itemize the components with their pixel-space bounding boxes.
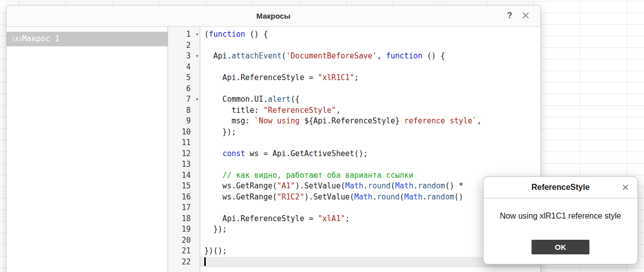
line-number: 7▾ <box>168 94 200 105</box>
code-line[interactable]: (function () { <box>204 29 540 40</box>
help-icon[interactable]: ? <box>504 10 515 21</box>
macros-dialog-title: Макросы <box>257 12 291 20</box>
fold-arrow-icon[interactable]: ▾ <box>196 29 198 40</box>
code-line[interactable]: const ws = Api.GetActiveSheet(); <box>204 149 540 160</box>
code-line[interactable] <box>204 84 540 95</box>
fold-arrow-icon[interactable]: ▾ <box>196 94 198 105</box>
code-line[interactable]: Common.UI.alert({ <box>204 94 540 105</box>
code-line[interactable]: }); <box>204 127 540 138</box>
line-number: 10 <box>168 127 200 138</box>
line-number: 5 <box>168 73 200 84</box>
macro-list: (A) Макрос 1 <box>7 27 168 272</box>
close-icon[interactable]: × <box>519 8 532 23</box>
code-line[interactable]: Api.ReferenceStyle = "xlR1C1"; <box>204 73 540 84</box>
spreadsheet-background: { "colors": { "grid_line": "#e9e9e9", "s… <box>0 0 644 272</box>
macro-autostart-prefix: (A) <box>12 32 22 47</box>
line-number: 2 <box>168 40 200 51</box>
ok-button[interactable]: OK <box>532 240 590 254</box>
fold-arrow-icon[interactable]: ▾ <box>196 51 198 62</box>
code-line[interactable] <box>204 40 540 51</box>
line-number: 14 <box>168 170 200 181</box>
macros-dialog-titlebar[interactable]: Макросы ? × <box>7 6 540 27</box>
line-number: 19 <box>168 224 200 235</box>
code-line[interactable] <box>204 159 540 170</box>
line-number: 1▾ <box>168 29 200 40</box>
code-line[interactable] <box>204 62 540 73</box>
code-line[interactable]: msg: `Now using ${Api.ReferenceStyle} re… <box>204 116 540 127</box>
line-number: 16 <box>168 192 200 203</box>
alert-dialog: ReferenceStyle × Now using xlR1C1 refere… <box>483 176 638 264</box>
line-number: 15 <box>168 181 200 192</box>
line-number: 11 <box>168 138 200 149</box>
alert-title: ReferenceStyle <box>531 183 590 192</box>
line-number: 13 <box>168 159 200 170</box>
line-number: 4 <box>168 62 200 73</box>
alert-message: Now using xlR1C1 reference style <box>484 212 637 221</box>
macros-dialog: Макросы ? × (A) Макрос 1 1▾23▾4567▾89101… <box>6 5 541 272</box>
line-number: 6 <box>168 84 200 95</box>
text-cursor <box>204 257 206 266</box>
line-number: 12 <box>168 149 200 160</box>
macro-name: Макрос 1 <box>22 32 60 46</box>
line-number: 3▾ <box>168 51 200 62</box>
code-line[interactable]: title: "ReferenceStyle", <box>204 105 540 116</box>
editor-gutter: 1▾23▾4567▾8910111213141516171819202122 <box>168 27 200 272</box>
macros-dialog-body: (A) Макрос 1 1▾23▾4567▾89101112131415161… <box>7 27 540 272</box>
alert-titlebar: ReferenceStyle × <box>484 177 637 198</box>
line-number: 22 <box>168 257 200 268</box>
line-number: 20 <box>168 235 200 246</box>
alert-close-icon[interactable]: × <box>619 180 631 194</box>
line-number: 8 <box>168 105 200 116</box>
line-number: 9 <box>168 116 200 127</box>
line-number: 21 <box>168 246 200 257</box>
line-number: 17 <box>168 202 200 214</box>
line-number: 18 <box>168 214 200 225</box>
macro-list-item-selected[interactable]: (A) Макрос 1 <box>7 32 168 46</box>
code-line[interactable] <box>204 138 540 149</box>
code-line[interactable]: Api.attachEvent('DocumentBeforeSave', fu… <box>204 51 540 62</box>
